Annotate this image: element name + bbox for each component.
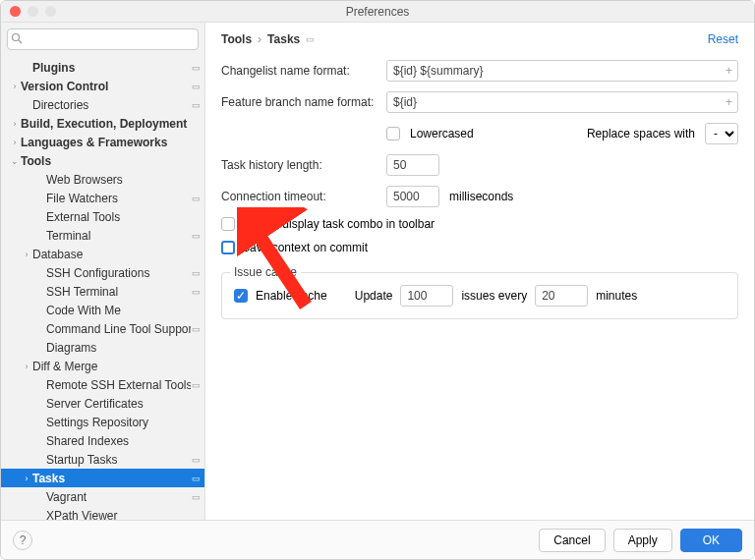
tree-item-version-control[interactable]: ›Version Control▭: [1, 77, 204, 95]
svg-point-0: [13, 34, 20, 41]
plus-icon[interactable]: +: [726, 95, 732, 109]
always-display-checkbox[interactable]: [221, 217, 235, 231]
apply-button[interactable]: Apply: [613, 529, 672, 552]
tree-item-plugins[interactable]: Plugins▭: [1, 58, 204, 77]
breadcrumb-root[interactable]: Tools: [221, 32, 252, 46]
tree-item-diagrams[interactable]: Diagrams: [1, 338, 204, 357]
tree-item-command-line-tool-support[interactable]: Command Line Tool Support▭: [1, 319, 204, 338]
project-badge-icon: [191, 156, 201, 166]
svg-line-1: [19, 40, 22, 43]
lowercased-label: Lowercased: [410, 127, 474, 140]
project-badge-icon: ▭: [191, 474, 201, 483]
project-badge-icon: [191, 399, 201, 409]
chevron-icon: ›: [11, 82, 19, 91]
ok-button[interactable]: OK: [680, 529, 742, 552]
tree-item-web-browsers[interactable]: Web Browsers: [1, 170, 204, 189]
sidebar: Plugins▭›Version Control▭Directories▭›Bu…: [1, 23, 205, 520]
chevron-icon: ›: [23, 362, 30, 371]
tree-item-label: Command Line Tool Support: [46, 322, 191, 336]
project-badge-icon: ▭: [306, 34, 316, 44]
tree-item-ssh-configurations[interactable]: SSH Configurations▭: [1, 263, 204, 282]
settings-tree[interactable]: Plugins▭›Version Control▭Directories▭›Bu…: [1, 56, 204, 520]
tree-item-build-execution-deployment[interactable]: ›Build, Execution, Deployment: [1, 114, 204, 133]
project-badge-icon: [191, 343, 201, 353]
tree-item-label: Web Browsers: [46, 173, 191, 187]
cancel-button[interactable]: Cancel: [539, 529, 605, 552]
tree-item-directories[interactable]: Directories▭: [1, 95, 204, 114]
save-context-checkbox[interactable]: [221, 241, 235, 254]
timeout-input[interactable]: [386, 186, 439, 207]
breadcrumb-current: Tasks: [267, 32, 300, 46]
breadcrumb: Tools › Tasks ▭ Reset: [221, 32, 738, 46]
tree-item-label: Tools: [21, 154, 191, 168]
tree-item-external-tools[interactable]: External Tools: [1, 207, 204, 226]
project-badge-icon: [191, 250, 201, 259]
changelist-input[interactable]: [386, 60, 738, 82]
tree-item-label: Startup Tasks: [46, 453, 191, 467]
minutes-label: minutes: [596, 289, 637, 303]
plus-icon[interactable]: +: [726, 64, 732, 78]
tree-item-label: Vagrant: [46, 490, 191, 504]
tree-item-ssh-terminal[interactable]: SSH Terminal▭: [1, 282, 204, 301]
project-badge-icon: [191, 511, 201, 521]
tree-item-tasks[interactable]: ›Tasks▭: [1, 469, 204, 487]
tree-item-vagrant[interactable]: Vagrant▭: [1, 487, 204, 506]
update-label: Update: [355, 289, 393, 303]
tree-item-settings-repository[interactable]: Settings Repository: [1, 413, 204, 431]
tree-item-remote-ssh-external-tools[interactable]: Remote SSH External Tools▭: [1, 375, 204, 394]
chevron-icon: ›: [11, 119, 19, 129]
window-title: Preferences: [1, 5, 754, 19]
branch-input[interactable]: [386, 91, 738, 113]
enable-cache-checkbox[interactable]: ✓: [234, 289, 248, 303]
lowercased-checkbox[interactable]: [386, 127, 400, 140]
changelist-label: Changelist name format:: [221, 64, 386, 78]
project-badge-icon: ▭: [191, 194, 201, 203]
tree-item-startup-tasks[interactable]: Startup Tasks▭: [1, 450, 204, 469]
issues-every-label: issues every: [461, 289, 527, 303]
enable-cache-label: Enable cache: [256, 289, 327, 303]
tree-item-label: Diagrams: [46, 341, 191, 355]
project-badge-icon: ▭: [191, 380, 201, 390]
chevron-icon: ›: [11, 138, 19, 147]
chevron-icon: ⌄: [11, 156, 19, 166]
help-icon[interactable]: ?: [13, 531, 32, 550]
replace-label: Replace spaces with: [587, 127, 695, 140]
tree-item-label: Database: [32, 248, 191, 261]
tree-item-label: SSH Configurations: [46, 266, 191, 280]
replace-select[interactable]: -: [705, 123, 738, 144]
tree-item-label: Diff & Merge: [32, 360, 191, 373]
chevron-icon: ›: [23, 474, 30, 483]
changelist-field-wrap: +: [386, 60, 738, 82]
timeout-label: Connection timeout:: [221, 190, 386, 203]
project-badge-icon: [191, 119, 201, 129]
project-badge-icon: ▭: [191, 82, 201, 91]
project-badge-icon: ▭: [191, 455, 201, 465]
search-input[interactable]: [7, 28, 199, 50]
tree-item-tools[interactable]: ⌄Tools: [1, 151, 204, 170]
tree-item-label: Settings Repository: [46, 416, 191, 429]
tree-item-terminal[interactable]: Terminal▭: [1, 226, 204, 245]
tree-item-shared-indexes[interactable]: Shared Indexes: [1, 431, 204, 450]
project-badge-icon: ▭: [191, 63, 201, 73]
chevron-right-icon: ›: [258, 32, 261, 46]
tree-item-label: Languages & Frameworks: [21, 136, 191, 149]
tree-item-file-watchers[interactable]: File Watchers▭: [1, 189, 204, 207]
project-badge-icon: ▭: [191, 287, 201, 297]
branch-field-wrap: +: [386, 91, 738, 113]
titlebar: Preferences: [1, 1, 754, 23]
tree-item-languages-frameworks[interactable]: ›Languages & Frameworks: [1, 133, 204, 151]
timeout-unit: milliseconds: [449, 190, 513, 203]
tree-item-xpath-viewer[interactable]: XPath Viewer: [1, 506, 204, 520]
update-minutes-input[interactable]: [535, 285, 588, 307]
history-input[interactable]: [386, 154, 439, 176]
reset-link[interactable]: Reset: [708, 32, 738, 46]
search-icon: [11, 32, 23, 47]
update-count-input[interactable]: [400, 285, 453, 307]
always-display-label: Always display task combo in toolbar: [242, 217, 435, 231]
search-container: [7, 28, 199, 50]
tree-item-code-with-me[interactable]: Code With Me: [1, 301, 204, 319]
tree-item-diff-merge[interactable]: ›Diff & Merge: [1, 357, 204, 375]
history-label: Task history length:: [221, 158, 386, 172]
tree-item-server-certificates[interactable]: Server Certificates: [1, 394, 204, 413]
tree-item-database[interactable]: ›Database: [1, 245, 204, 263]
